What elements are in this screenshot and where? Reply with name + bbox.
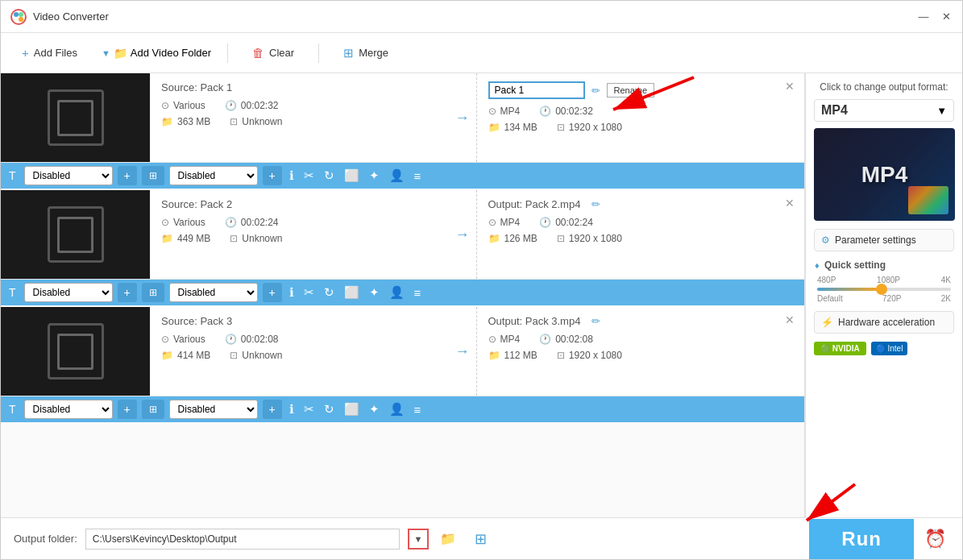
clock-icon-3: 🕐 [225,334,237,345]
file-meta-source-1b: 📁 363 MB ⊡ Unknown [161,116,438,127]
caption-icon-2[interactable]: ≡ [412,286,424,300]
res-icon-src-1: ⊡ [230,116,238,127]
scissors-icon-1[interactable]: ✂ [301,168,317,183]
crop-icon-1[interactable]: ⬜ [342,168,362,183]
browse-folder-button[interactable]: 📁 [437,528,459,550]
caption-icon-1[interactable]: ≡ [412,169,424,183]
close-button[interactable]: ✕ [940,10,953,23]
person-icon-1[interactable]: 👤 [387,168,407,183]
subtitle-select-1[interactable]: Disabled [24,166,113,185]
quick-slider[interactable] [817,288,951,291]
effects-icon-2[interactable]: ✦ [367,285,382,300]
output-path-input[interactable] [85,529,400,550]
folder-icon-src-3: 📁 [161,350,173,361]
slider-fill [817,288,878,291]
codec-3: ⊙ Various [161,334,205,345]
slider-thumb[interactable] [876,284,887,295]
file-item-1: Source: Pack 1 ⊙ Various 🕐 00:02:32 [1,73,804,189]
edit-strip-2: T Disabled + ⊞ Disabled + ℹ ✂ ↻ ⬜ [1,280,804,305]
close-button-1[interactable]: ✕ [782,77,798,96]
edit-output-3[interactable]: ✏ [591,315,600,327]
codec-icon-2: ⊙ [161,217,169,228]
audio-select-1[interactable]: Disabled [169,166,258,185]
crop-icon-3[interactable]: ⬜ [342,402,362,417]
edit-output-1[interactable]: ✏ [591,85,600,97]
scissors-icon-3[interactable]: ✂ [301,402,317,417]
codec-val-2: Various [173,217,205,228]
thumbnail-inner-1 [57,100,93,136]
parameter-settings-button[interactable]: ⚙ Parameter settings [814,229,954,251]
add-video-folder-button[interactable]: ▼ 📁 Add Video Folder [102,47,211,60]
effects-icon-1[interactable]: ✦ [367,168,382,183]
folder-icon-src-2: 📁 [161,233,173,244]
source-label-2: Source: Pack 2 [161,198,232,210]
crop-icon-2[interactable]: ⬜ [342,285,362,300]
file-meta-source-1: ⊙ Various 🕐 00:02:32 [161,100,438,111]
close-button-3[interactable]: ✕ [782,310,798,330]
add-files-label: Add Files [34,47,77,59]
file-meta-out-1: ⊙ MP4 🕐 00:02:32 [488,106,765,117]
alarm-button[interactable]: ⏰ [920,525,949,554]
size-val-src-3: 414 MB [177,350,210,361]
merge-icon: ⊞ [343,46,354,60]
add-audio-btn-1[interactable]: + [263,166,282,185]
size-out-1: 📁 134 MB [488,122,538,133]
format-selector[interactable]: MP4 ▼ [814,99,954,122]
video-settings-btn-3[interactable]: ⊞ [142,400,164,419]
rotate-icon-2[interactable]: ↻ [322,285,337,300]
res-val-src-1: Unknown [242,116,282,127]
nvidia-icon: 🟢 [820,344,832,353]
add-files-button[interactable]: + Add Files [14,41,85,64]
output-header-1: ✏ Rename [488,81,765,99]
output-folder-label: Output folder: [14,533,77,545]
rename-button-1[interactable]: Rename [607,83,655,97]
info-icon-2[interactable]: ℹ [287,285,297,300]
duration-val-out-3: 00:02:08 [555,334,593,345]
info-icon-3[interactable]: ℹ [287,402,297,417]
add-subtitle-btn-1[interactable]: + [118,166,137,185]
hw-icon: ⚡ [821,317,833,328]
video-settings-btn-1[interactable]: ⊞ [142,166,164,185]
run-button[interactable]: Run [809,519,914,559]
subtitle-select-3[interactable]: Disabled [24,400,113,419]
video-settings-btn-2[interactable]: ⊞ [142,283,164,302]
intel-badge[interactable]: 🔵 Intel [871,342,908,355]
clear-button[interactable]: 🗑 Clear [244,41,302,64]
res-out-2: ⊡ 1920 x 1080 [557,233,622,244]
gpu-badges-row: 🟢 NVIDIA 🔵 Intel [814,342,954,355]
person-icon-2[interactable]: 👤 [387,285,407,300]
hw-accel-label: Hardware acceleration [838,317,935,328]
audio-select-2[interactable]: Disabled [169,283,258,302]
add-subtitle-btn-2[interactable]: + [118,283,137,302]
duration-val-out-1: 00:02:32 [555,106,593,117]
file-thumbnail-1 [1,73,150,162]
close-button-2[interactable]: ✕ [782,193,798,213]
add-audio-btn-3[interactable]: + [263,400,282,419]
arrow-separator-1: → [449,73,476,162]
output-dropdown-button[interactable]: ▼ [408,529,429,550]
hardware-acceleration-button[interactable]: ⚡ Hardware acceleration [814,311,954,334]
scissors-icon-2[interactable]: ✂ [301,285,317,300]
file-row-3: Source: Pack 3 ⊙ Various 🕐 00:02:08 [1,307,804,396]
nvidia-badge[interactable]: 🟢 NVIDIA [814,342,866,355]
add-audio-btn-2[interactable]: + [263,283,282,302]
edit-output-2[interactable]: ✏ [591,198,600,210]
rotate-icon-1[interactable]: ↻ [322,168,337,183]
minimize-button[interactable]: — [917,10,930,23]
rotate-icon-3[interactable]: ↻ [322,402,337,417]
preview-button[interactable]: ⊞ [467,526,493,552]
add-subtitle-btn-3[interactable]: + [118,400,137,419]
file-item-3: Source: Pack 3 ⊙ Various 🕐 00:02:08 [1,307,804,422]
res-val-out-1: 1920 x 1080 [569,122,622,133]
merge-button[interactable]: ⊞ Merge [335,41,396,65]
output-name-input-1[interactable] [488,81,585,99]
output-label-2: Output: Pack 2.mp4 [488,198,581,210]
subtitle-select-2[interactable]: Disabled [24,283,113,302]
person-icon-3[interactable]: 👤 [387,402,407,417]
audio-select-3[interactable]: Disabled [169,400,258,419]
format-icon-out-3: ⊙ [488,334,496,345]
file-thumbnail-3 [1,307,150,396]
effects-icon-3[interactable]: ✦ [367,402,382,417]
caption-icon-3[interactable]: ≡ [412,403,424,417]
info-icon-1[interactable]: ℹ [287,168,297,183]
